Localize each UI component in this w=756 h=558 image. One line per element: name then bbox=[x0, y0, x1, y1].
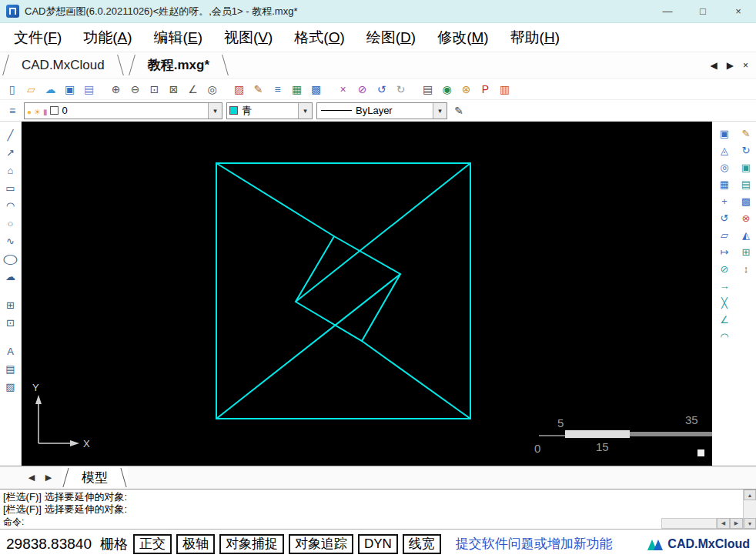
command-scrollbar-horizontal[interactable]: ◀ ▶ bbox=[661, 518, 743, 529]
revision-cloud-button[interactable]: ☁ bbox=[3, 269, 18, 283]
zoom-window-button[interactable]: ⊡ bbox=[146, 80, 163, 98]
circle-button[interactable]: ○ bbox=[3, 216, 18, 230]
create-block-button[interactable]: ⊡ bbox=[3, 316, 18, 329]
toggle-otrack[interactable]: 对象追踪 bbox=[289, 534, 353, 554]
mirror-button[interactable]: ◬ bbox=[717, 143, 732, 157]
copy-object-button[interactable]: ▣ bbox=[738, 160, 754, 174]
pdf-export-button[interactable]: P bbox=[477, 80, 494, 98]
menu-help[interactable]: 帮助(H) bbox=[500, 28, 570, 48]
scroll-up-icon[interactable]: ▲ bbox=[744, 490, 756, 500]
redo-button[interactable]: ↻ bbox=[392, 80, 410, 98]
trim-button[interactable]: ⊘ bbox=[353, 80, 371, 98]
menu-view[interactable]: 视图(V) bbox=[213, 28, 283, 48]
insert-block-button[interactable]: ⊞ bbox=[3, 298, 18, 312]
table-button[interactable]: ▤ bbox=[3, 362, 18, 376]
web-service-button[interactable]: ◉ bbox=[438, 80, 456, 98]
pick-color-button[interactable]: ▨ bbox=[230, 80, 248, 98]
menu-draw[interactable]: 绘图(D) bbox=[356, 28, 427, 48]
layer-dropdown[interactable]: ●☀▮ 0 ▾ bbox=[24, 102, 222, 119]
extend-button[interactable]: → bbox=[717, 279, 732, 292]
palette-button[interactable]: ⊛ bbox=[457, 80, 475, 98]
spline-button[interactable]: ∿ bbox=[3, 234, 18, 248]
corner-line-shape[interactable] bbox=[362, 341, 470, 419]
menu-modify[interactable]: 修改(M) bbox=[427, 28, 499, 48]
mirror-copy-button[interactable]: ◭ bbox=[738, 228, 754, 242]
trim-edge-button[interactable]: ⊘ bbox=[717, 262, 732, 276]
command-prompt[interactable]: 命令: bbox=[3, 516, 741, 528]
cloud-open-button[interactable]: ☁ bbox=[42, 80, 59, 98]
match-properties-button[interactable]: ✎ bbox=[249, 80, 267, 98]
chamfer-button[interactable]: ∠ bbox=[717, 312, 732, 326]
toggle-polar[interactable]: 极轴 bbox=[176, 534, 215, 554]
array-button[interactable]: ▦ bbox=[717, 177, 732, 191]
minimize-button[interactable]: — bbox=[650, 0, 685, 22]
print-button[interactable]: ▤ bbox=[419, 80, 437, 98]
close-button[interactable]: × bbox=[721, 0, 756, 22]
align-button[interactable]: ▩ bbox=[307, 80, 325, 98]
new-file-button[interactable]: ▯ bbox=[3, 80, 21, 98]
zoom-in-button[interactable]: ⊕ bbox=[107, 80, 125, 98]
open-file-button[interactable]: ▱ bbox=[22, 80, 40, 98]
rotate-button[interactable]: ↺ bbox=[717, 211, 732, 225]
model-tab[interactable]: 模型 bbox=[62, 466, 128, 489]
construction-line-button[interactable]: ↗ bbox=[3, 145, 18, 159]
edit-pencil-button[interactable]: ✎ bbox=[738, 126, 754, 140]
measure-angle-button[interactable]: ∠ bbox=[184, 80, 202, 98]
cad-viewport[interactable]: Y X 535015 bbox=[22, 122, 712, 466]
stretch-button[interactable]: ↦ bbox=[717, 245, 732, 259]
corner-line-shape[interactable] bbox=[216, 274, 400, 419]
menu-tools[interactable]: 功能(A) bbox=[72, 28, 142, 48]
zoom-out-button[interactable]: ⊖ bbox=[126, 80, 144, 98]
array-rect-button[interactable]: ▩ bbox=[738, 194, 754, 208]
drawing-canvas[interactable]: Y X 535015 bbox=[22, 122, 712, 466]
menu-file[interactable]: 文件(F) bbox=[3, 28, 72, 48]
offset-button[interactable]: ◎ bbox=[717, 160, 732, 174]
color-dropdown[interactable]: 青 ▾ bbox=[226, 102, 313, 119]
tab-close-button[interactable]: × bbox=[743, 60, 748, 71]
chevron-down-icon[interactable]: ▾ bbox=[298, 103, 312, 119]
toggle-grid[interactable]: 栅格 bbox=[100, 535, 128, 553]
menu-edit[interactable]: 编辑(E) bbox=[143, 28, 213, 48]
chevron-down-icon[interactable]: ▾ bbox=[208, 103, 222, 119]
stretch-vertical-button[interactable]: ↕ bbox=[738, 262, 754, 276]
prev-layout-button[interactable]: ◀ bbox=[23, 466, 40, 489]
save-button[interactable]: ▣ bbox=[61, 80, 79, 98]
menu-format[interactable]: 格式(O) bbox=[283, 28, 355, 48]
save-as-button[interactable]: ▤ bbox=[80, 80, 98, 98]
explode-button[interactable]: ⊗ bbox=[738, 211, 754, 225]
document-tab-cad-mxcloud[interactable]: CAD.MxCloud bbox=[0, 52, 126, 78]
rectangle-button[interactable]: ▭ bbox=[3, 181, 18, 195]
erase-button[interactable]: × bbox=[334, 80, 352, 98]
scroll-down-icon[interactable]: ▼ bbox=[744, 518, 756, 529]
canvas-resize-grip[interactable] bbox=[697, 449, 704, 456]
tab-scroll-right-button[interactable]: ▶ bbox=[727, 60, 734, 71]
outer-square-shape[interactable] bbox=[216, 163, 470, 419]
text-button[interactable]: A bbox=[3, 344, 18, 358]
scroll-left-icon[interactable]: ◀ bbox=[717, 518, 730, 529]
polygon-button[interactable]: ⌂ bbox=[3, 163, 18, 177]
lineweight-icon[interactable]: ✎ bbox=[451, 105, 467, 117]
line-button[interactable]: ╱ bbox=[3, 128, 18, 142]
layer-manager-button[interactable]: ≡ bbox=[269, 80, 286, 98]
arc-button[interactable]: ◠ bbox=[3, 199, 18, 212]
insert-ref-button[interactable]: ⊞ bbox=[738, 245, 754, 259]
fillet-button[interactable]: ◠ bbox=[717, 329, 732, 343]
ellipse-button[interactable]: ◯ bbox=[3, 252, 18, 266]
command-scrollbar-vertical[interactable]: ▲ ▼ bbox=[743, 490, 756, 529]
undo-button[interactable]: ↺ bbox=[373, 80, 390, 98]
zoom-previous-button[interactable]: ◎ bbox=[203, 80, 221, 98]
toggle-dyn[interactable]: DYN bbox=[358, 534, 398, 554]
toggle-lineweight[interactable]: 线宽 bbox=[403, 534, 441, 554]
move-button[interactable]: + bbox=[717, 194, 732, 208]
paste-object-button[interactable]: ▤ bbox=[738, 177, 754, 191]
scale-button[interactable]: ▱ bbox=[717, 228, 732, 242]
hatch-button[interactable]: ▨ bbox=[3, 379, 18, 393]
toggle-osnap[interactable]: 对象捕捉 bbox=[219, 534, 284, 554]
chevron-down-icon[interactable]: ▾ bbox=[433, 103, 447, 119]
toggle-ortho[interactable]: 正交 bbox=[133, 534, 172, 554]
hatch-fill-button[interactable]: ▦ bbox=[288, 80, 306, 98]
rotate-copy-button[interactable]: ↻ bbox=[738, 143, 754, 157]
tab-scroll-left-button[interactable]: ◀ bbox=[711, 60, 718, 71]
maximize-button[interactable]: □ bbox=[685, 0, 721, 22]
break-button[interactable]: ╳ bbox=[717, 296, 732, 309]
